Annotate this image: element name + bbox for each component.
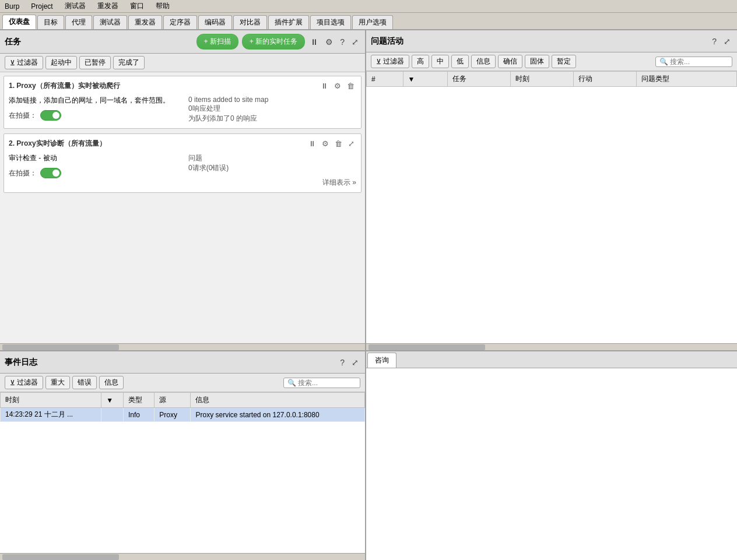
tasks-scroll-thumb[interactable] [2, 344, 119, 350]
log-row[interactable]: 14:23:29 21 十二月 ... Info Proxy Proxy ser… [1, 408, 365, 422]
menu-tester[interactable]: 测试器 [62, 0, 88, 12]
severity-medium-button[interactable]: 中 [431, 55, 449, 68]
menu-repeater[interactable]: 重发器 [95, 0, 121, 12]
task2-left-label1: 审计检查 - 被动 [9, 153, 177, 163]
level-info-button[interactable]: 信息 [99, 376, 124, 389]
log-col-message: 信息 [191, 393, 365, 408]
issues-col-task: 任务 [447, 72, 510, 87]
task1-delete-button[interactable]: 🗑 [345, 81, 356, 91]
event-log-search-input[interactable] [298, 379, 356, 387]
log-source: Proxy [155, 408, 191, 422]
task1-pause-button[interactable]: ⏸ [319, 81, 330, 91]
main-layout: 任务 + 新扫描 + 新的实时任务 ⏸ ⚙ ? ⤢ ⊻ 过滤器 起动中 已暂停 … [0, 30, 737, 560]
task1-description: 添加链接，添加自己的网址，同一域名，套件范围。 [9, 96, 177, 105]
tab-extensions[interactable]: 插件扩展 [268, 15, 309, 29]
tab-target[interactable]: 目标 [37, 15, 64, 29]
task2-body: 审计检查 - 被动 在拍摄： 问题 0请求(0错误) 详细表示 » [9, 153, 356, 188]
tab-scanner[interactable]: 测试器 [93, 15, 127, 29]
advisory-content [366, 368, 737, 560]
log-time: 14:23:29 21 十二月 ... [1, 408, 101, 422]
task1-toggle[interactable] [40, 110, 61, 121]
tasks-filter-label: 过滤器 [17, 58, 38, 68]
status-done-button[interactable]: 完成了 [113, 56, 145, 69]
status-paused-button[interactable]: 已暂停 [79, 56, 111, 69]
menu-burp[interactable]: Burp [2, 1, 22, 12]
tab-sequencer[interactable]: 定序器 [163, 15, 197, 29]
task2-pause-button[interactable]: ⏸ [307, 139, 318, 149]
event-log-title: 事件日志 [5, 357, 37, 368]
advisory-panel: 咨询 [366, 351, 737, 560]
task2-expand-button[interactable]: ⤢ [346, 139, 356, 149]
tasks-panel: 任务 + 新扫描 + 新的实时任务 ⏸ ⚙ ? ⤢ ⊻ 过滤器 起动中 已暂停 … [0, 30, 366, 350]
event-log-toolbar: ⊻ 过滤器 重大 错误 信息 🔍 [0, 374, 365, 392]
tasks-settings-button[interactable]: ⚙ [324, 37, 335, 47]
task2-header: 2. Proxy实时诊断（所有流量） ⏸ ⚙ 🗑 ⤢ [9, 139, 356, 149]
issues-help-button[interactable]: ? [710, 36, 718, 47]
tab-dashboard[interactable]: 仪表盘 [2, 15, 36, 29]
new-realtime-button[interactable]: + 新的实时任务 [242, 34, 305, 50]
tasks-expand-button[interactable]: ⤢ [350, 37, 360, 47]
level-major-button[interactable]: 重大 [45, 376, 70, 389]
issues-scrollbar[interactable] [366, 343, 737, 350]
tab-proxy[interactable]: 代理 [65, 15, 92, 29]
event-log-tbody: 14:23:29 21 十二月 ... Info Proxy Proxy ser… [1, 408, 365, 422]
tasks-filter-button[interactable]: ⊻ 过滤器 [5, 56, 43, 69]
task-card-1: 1. Proxy（所有流量）实时被动爬行 ⏸ ⚙ 🗑 添加链接，添加自己的网址，… [3, 76, 362, 129]
log-col-sort[interactable]: ▼ [101, 393, 124, 408]
issues-search-wrapper: 🔍 [655, 57, 732, 67]
confirm-button[interactable]: 确信 [498, 55, 522, 68]
task-card-2: 2. Proxy实时诊断（所有流量） ⏸ ⚙ 🗑 ⤢ 审计检查 - 被动 [3, 133, 362, 193]
tasks-help-button[interactable]: ? [338, 37, 346, 47]
issues-table-wrapper: # ▼ 任务 时刻 行动 问题类型 [366, 71, 737, 343]
issues-filter-button[interactable]: ⊻ 过滤器 [371, 55, 409, 68]
event-log-filter-label: 过滤器 [17, 378, 38, 388]
menu-project[interactable]: Project [29, 1, 55, 12]
log-col-time[interactable]: 时刻 [1, 393, 101, 408]
severity-high-button[interactable]: 高 [412, 55, 429, 68]
tab-bar: 仪表盘 目标 代理 测试器 重发器 定序器 编码器 对比器 插件扩展 项目选项 … [0, 13, 737, 30]
tab-decoder[interactable]: 编码器 [198, 15, 232, 29]
tab-user-options[interactable]: 用户选项 [352, 15, 393, 29]
task2-details-link[interactable]: 详细表示 » [188, 178, 356, 188]
menu-help[interactable]: 帮助 [153, 0, 172, 12]
event-log-filter-icon: ⊻ [10, 379, 15, 387]
task1-status1: 0 items added to site map [188, 96, 356, 104]
task2-right: 问题 0请求(0错误) 详细表示 » [188, 153, 356, 188]
tab-comparer[interactable]: 对比器 [233, 15, 267, 29]
level-error-button[interactable]: 错误 [72, 376, 97, 389]
tab-project-options[interactable]: 项目选项 [310, 15, 351, 29]
issues-panel-header: 问题活动 ? ⤢ [366, 30, 737, 52]
task1-actions: ⏸ ⚙ 🗑 [319, 81, 356, 91]
severity-low-button[interactable]: 低 [451, 55, 469, 68]
issues-col-sort[interactable]: ▼ [403, 72, 447, 87]
event-log-table-wrapper: 时刻 ▼ 类型 源 信息 14:23:29 21 十二月 ... Info P [0, 392, 365, 553]
severity-info-button[interactable]: 信息 [471, 55, 496, 68]
advisory-tab[interactable]: 咨询 [367, 353, 396, 368]
firm-button[interactable]: 固体 [525, 55, 549, 68]
event-log-help-button[interactable]: ? [338, 357, 346, 368]
task2-toggle[interactable] [40, 168, 61, 178]
event-log-search-icon: 🔍 [287, 379, 296, 387]
task1-title: 1. Proxy（所有流量）实时被动爬行 [9, 81, 120, 91]
new-scan-button[interactable]: + 新扫描 [196, 34, 238, 50]
issues-search-input[interactable] [670, 58, 728, 66]
task2-settings-button[interactable]: ⚙ [320, 139, 331, 149]
tasks-scrollbar[interactable] [0, 343, 365, 350]
task2-delete-button[interactable]: 🗑 [333, 139, 344, 149]
tab-repeater[interactable]: 重发器 [128, 15, 162, 29]
log-col-type: 类型 [123, 393, 154, 408]
event-log-header: 事件日志 ? ⤢ [0, 351, 365, 374]
status-starting-button[interactable]: 起动中 [45, 56, 77, 69]
issues-col-hash: # [367, 72, 403, 87]
pause-all-button[interactable]: ⏸ [308, 37, 320, 47]
event-log-scrollbar[interactable] [0, 553, 365, 560]
tentative-button[interactable]: 暂定 [552, 55, 576, 68]
event-log-scroll-thumb[interactable] [2, 554, 119, 560]
event-log-filter-button[interactable]: ⊻ 过滤器 [5, 376, 43, 389]
task1-settings-button[interactable]: ⚙ [332, 81, 343, 91]
task1-header: 1. Proxy（所有流量）实时被动爬行 ⏸ ⚙ 🗑 [9, 81, 356, 91]
menu-window[interactable]: 窗口 [128, 0, 146, 12]
issues-expand-button[interactable]: ⤢ [722, 36, 732, 47]
event-log-expand-button[interactable]: ⤢ [350, 357, 360, 368]
issues-scroll-thumb[interactable] [368, 344, 485, 350]
